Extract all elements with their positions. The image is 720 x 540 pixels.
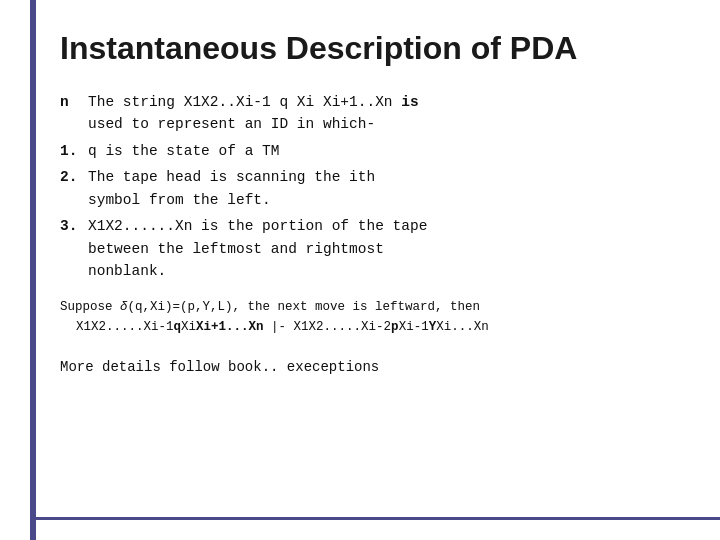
bold-is: is bbox=[401, 94, 418, 110]
bullet-3: 3. X1X2......Xn is the portion of the ta… bbox=[60, 215, 670, 282]
left-accent-bar bbox=[30, 0, 36, 540]
p-bold: p bbox=[391, 320, 399, 334]
bullet-1-text: q is the state of a TM bbox=[88, 140, 670, 162]
bullet-1-symbol: 1. bbox=[60, 140, 88, 162]
bullet-1: 1. q is the state of a TM bbox=[60, 140, 670, 162]
slide-content: n The string X1X2..Xi-1 q Xi Xi+1..Xn is… bbox=[60, 91, 670, 375]
small-note-line1: Suppose δ(q,Xi)=(p,Y,L), the next move i… bbox=[60, 297, 670, 317]
delta-symbol: δ bbox=[120, 300, 128, 314]
bullet-n-text: The string X1X2..Xi-1 q Xi Xi+1..Xn is u… bbox=[88, 91, 670, 136]
bullet-2: 2. The tape head is scanning the ith sym… bbox=[60, 166, 670, 211]
bullet-3-symbol: 3. bbox=[60, 215, 88, 237]
bullet-3-text: X1X2......Xn is the portion of the tape … bbox=[88, 215, 670, 282]
bullet-2-text: The tape head is scanning the ith symbol… bbox=[88, 166, 670, 211]
y-bold: Y bbox=[429, 320, 437, 334]
small-note: Suppose δ(q,Xi)=(p,Y,L), the next move i… bbox=[60, 297, 670, 337]
bottom-accent-bar bbox=[30, 517, 720, 520]
small-note-line2: X1X2.....Xi-1qXiXi+1...Xn |- X1X2.....Xi… bbox=[76, 317, 670, 337]
more-details: More details follow book.. execeptions bbox=[60, 359, 670, 375]
bullet-n: n The string X1X2..Xi-1 q Xi Xi+1..Xn is… bbox=[60, 91, 670, 136]
slide-title: Instantaneous Description of PDA bbox=[60, 30, 670, 67]
q-bold: q bbox=[174, 320, 182, 334]
xi1-bold: Xi+1...Xn bbox=[196, 320, 264, 334]
bullet-n-symbol: n bbox=[60, 91, 88, 113]
bullet-2-symbol: 2. bbox=[60, 166, 88, 188]
slide: Instantaneous Description of PDA n The s… bbox=[0, 0, 720, 540]
